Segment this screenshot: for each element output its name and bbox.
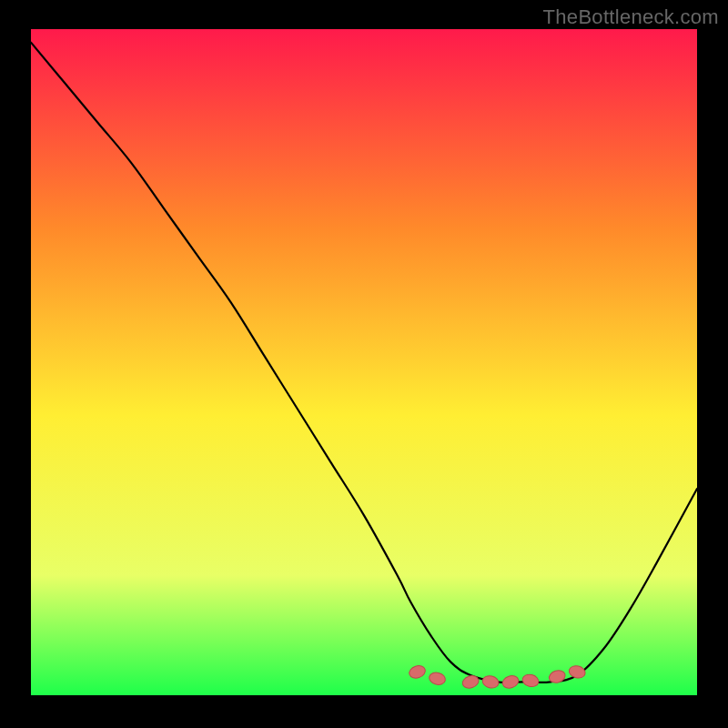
bottleneck-chart: [0, 0, 728, 728]
watermark-text: TheBottleneck.com: [543, 5, 719, 29]
chart-canvas: [0, 0, 728, 728]
plot-area: [31, 29, 697, 695]
